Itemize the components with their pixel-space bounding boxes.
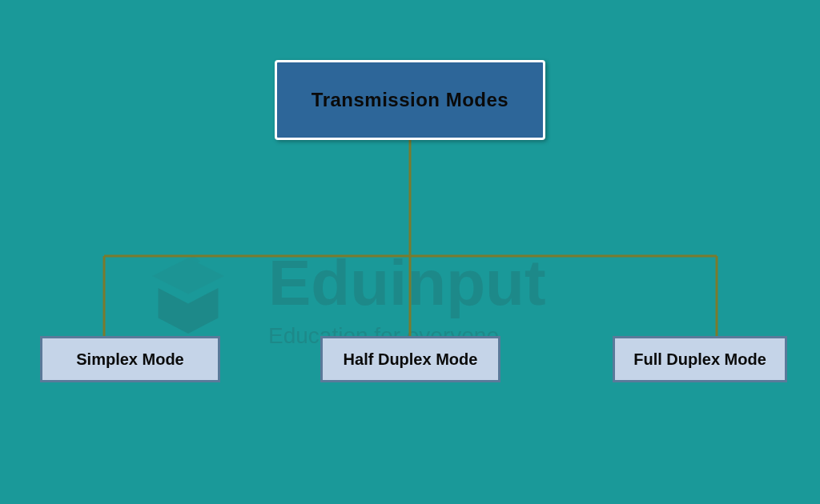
child-label: Simplex Mode [76, 350, 183, 369]
root-label: Transmission Modes [312, 89, 508, 111]
child-label: Full Duplex Mode [633, 350, 766, 369]
child-node-simplex: Simplex Mode [40, 336, 220, 382]
root-node: Transmission Modes [275, 60, 545, 140]
watermark-title: Eduinput [268, 251, 546, 315]
child-node-full-duplex: Full Duplex Mode [613, 336, 787, 382]
watermark-text: Eduinput Education for everyone [268, 251, 546, 349]
child-label: Half Duplex Mode [344, 350, 478, 369]
child-node-half-duplex: Half Duplex Mode [320, 336, 500, 382]
